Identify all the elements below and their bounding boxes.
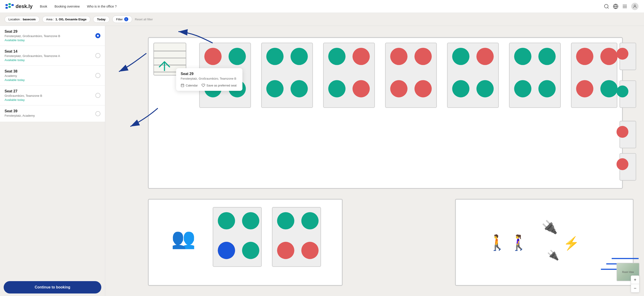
svg-rect-72 (455, 199, 633, 286)
logo-text: desk.ly (16, 4, 33, 10)
seat-item-14[interactable]: Seat 14 Fensterplatz, Großraumbüro, Team… (0, 46, 105, 66)
seat-name-29: Seat 29 (4, 30, 60, 34)
seat-name-39: Seat 39 (4, 109, 35, 113)
seat-info-14: Seat 14 Fensterplatz, Großraumbüro, Team… (4, 50, 60, 62)
svg-point-48 (514, 80, 531, 97)
svg-point-21 (204, 48, 222, 65)
seat-name-38: Seat 38 (4, 69, 25, 74)
today-filter[interactable]: Today (93, 16, 109, 23)
today-label: Today (97, 18, 106, 21)
seat-radio-29[interactable] (95, 33, 100, 38)
zoom-controls: + − (631, 276, 640, 292)
svg-rect-3 (8, 6, 11, 8)
svg-point-33 (328, 80, 345, 97)
zoom-in-button[interactable]: + (631, 276, 639, 284)
svg-text:🔌: 🔌 (542, 219, 558, 235)
svg-point-12 (634, 5, 636, 6)
location-filter[interactable]: Location : basecom (4, 16, 40, 23)
nav-who-in-office[interactable]: Who is in the office ? (87, 4, 117, 9)
seat-item-38[interactable]: Seat 38 Academy Available today (0, 66, 105, 86)
nav-book[interactable]: Book (40, 4, 47, 9)
svg-point-27 (290, 48, 308, 65)
seat-radio-27[interactable] (95, 93, 100, 98)
svg-point-28 (266, 80, 283, 97)
svg-point-29 (290, 80, 308, 97)
svg-point-62 (218, 212, 235, 229)
svg-point-49 (538, 80, 556, 97)
popup-calendar[interactable]: Calendar (181, 84, 198, 87)
svg-text:👥: 👥 (171, 227, 196, 250)
seat-radio-14[interactable] (95, 53, 100, 58)
svg-point-32 (352, 48, 370, 65)
seat-info-38: Seat 38 Academy Available today (4, 69, 25, 82)
main-content: Seat 29 Fensterplatz, Großraumbüro, Team… (0, 26, 644, 296)
svg-point-56 (616, 48, 628, 60)
svg-point-5 (604, 4, 608, 8)
seat-name-27: Seat 27 (4, 89, 42, 93)
svg-point-22 (229, 48, 246, 65)
svg-point-38 (390, 80, 407, 97)
sidebar: Seat 29 Fensterplatz, Großraumbüro, Team… (0, 26, 105, 296)
floor-plan: 👥 🚶 🚶‍♀️ 🔌 ⚡ 🔌 (105, 26, 644, 296)
seat-item-39[interactable]: Seat 39 Fensterplatz, Academy (0, 106, 105, 122)
header: desk.ly Book Booking overview Who is in … (0, 0, 644, 13)
svg-rect-85 (181, 84, 184, 87)
svg-point-71 (218, 242, 235, 259)
logo[interactable]: desk.ly (6, 3, 33, 10)
svg-point-68 (302, 212, 318, 229)
popup-save-label: Save as preferred seat (206, 84, 237, 87)
seat-avail-29: Available today (4, 38, 60, 42)
svg-point-26 (266, 48, 283, 65)
seat-avail-27: Available today (4, 98, 42, 102)
seat-popup: Seat 29 Fensterplatz, Großraumbüro, Team… (176, 68, 242, 91)
seat-desc-39: Fensterplatz, Academy (4, 114, 35, 117)
svg-point-63 (242, 212, 259, 229)
globe-icon[interactable] (613, 4, 618, 9)
svg-text:⚡: ⚡ (563, 236, 580, 251)
seat-list: Seat 29 Fensterplatz, Großraumbüro, Team… (0, 26, 105, 278)
avatar[interactable] (631, 3, 638, 10)
svg-point-79 (616, 126, 628, 138)
seat-desc-29: Fensterplatz, Großraumbüro, Teamzone B (4, 34, 60, 38)
location-value: basecom (23, 18, 36, 21)
area-value: 1. OG, Gesamte Etage (55, 18, 86, 21)
popup-title: Seat 29 (181, 72, 238, 76)
location-label: Location : (8, 18, 21, 21)
area-filter[interactable]: Area : 1. OG, Gesamte Etage (42, 16, 90, 23)
header-actions (604, 3, 638, 10)
filter-bar: Location : basecom Area : 1. OG, Gesamte… (0, 13, 644, 26)
seat-item-29[interactable]: Seat 29 Fensterplatz, Großraumbüro, Team… (0, 26, 105, 46)
seat-radio-38[interactable] (95, 73, 100, 78)
nav-booking-overview[interactable]: Booking overview (55, 4, 80, 9)
svg-text:🚶: 🚶 (488, 234, 507, 252)
svg-point-58 (616, 86, 628, 98)
seat-name-14: Seat 14 (4, 50, 60, 54)
popup-save-preferred[interactable]: Save as preferred seat (202, 84, 237, 87)
continue-button[interactable]: Continue to booking (4, 281, 101, 294)
svg-line-6 (608, 7, 608, 8)
filter-button[interactable]: Filter 1 (112, 16, 132, 23)
heart-icon (202, 84, 205, 87)
svg-point-70 (302, 242, 318, 259)
seat-radio-39[interactable] (95, 111, 100, 116)
svg-point-81 (616, 158, 628, 170)
svg-point-34 (352, 80, 370, 97)
search-icon[interactable] (604, 4, 609, 9)
filter-label: Filter (116, 18, 123, 21)
svg-point-54 (600, 80, 618, 97)
menu-icon[interactable] (622, 4, 628, 9)
svg-rect-2 (8, 3, 11, 5)
zoom-out-button[interactable]: − (631, 284, 639, 292)
area-label: Area : (46, 18, 54, 21)
svg-point-31 (328, 48, 345, 65)
svg-point-43 (452, 80, 469, 97)
popup-desc: Fensterplatz, Großraumbüro, Teamzone B (181, 77, 238, 80)
svg-point-67 (277, 212, 294, 229)
svg-point-69 (277, 242, 294, 259)
calendar-icon (181, 84, 184, 87)
seat-item-27[interactable]: Seat 27 Großraumbüro, Teamzone B Availab… (0, 86, 105, 106)
svg-point-46 (514, 48, 531, 65)
svg-point-42 (476, 48, 494, 65)
map-area: 👥 🚶 🚶‍♀️ 🔌 ⚡ 🔌 (105, 26, 644, 296)
reset-filter[interactable]: Reset all filter (135, 18, 153, 21)
